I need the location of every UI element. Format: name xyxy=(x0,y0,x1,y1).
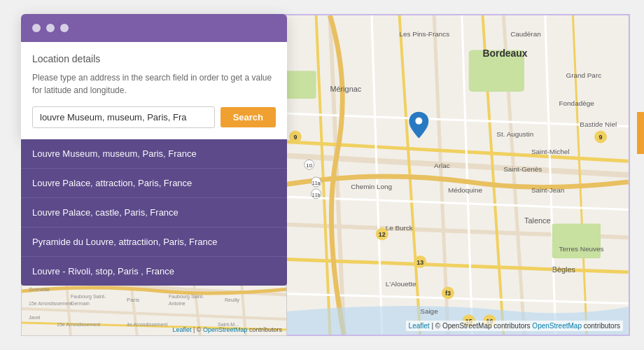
svg-text:Javel: Javel xyxy=(29,315,41,320)
svg-text:Saige: Saige xyxy=(420,307,438,315)
svg-text:L'Alouette: L'Alouette xyxy=(386,280,416,288)
svg-text:Les Pins-Francs: Les Pins-Francs xyxy=(400,30,450,38)
svg-text:Chemin Long: Chemin Long xyxy=(351,183,392,190)
svg-text:Caudéran: Caudéran xyxy=(510,30,541,38)
svg-text:Faubourg Saint-: Faubourg Saint- xyxy=(71,294,106,300)
svg-text:15e Arrondissement: 15e Arrondissement xyxy=(29,301,72,306)
card-title: Location details xyxy=(32,53,276,64)
svg-text:Bègles: Bègles xyxy=(552,265,576,274)
suggestion-item-2[interactable]: Louvre Palace, attraction, Paris, France xyxy=(21,169,287,198)
search-row: Search xyxy=(32,106,276,128)
bottom-leaflet-link[interactable]: Leaflet xyxy=(172,326,191,333)
card-description: Please type an address in the search fie… xyxy=(32,71,276,97)
main-map: Bordeaux Mérignac Grand Parc Fondadège B… xyxy=(259,14,630,336)
svg-text:Faubourg Saint-: Faubourg Saint- xyxy=(169,294,204,300)
header-dot-1 xyxy=(32,24,41,32)
svg-text:Bordeaux: Bordeaux xyxy=(483,48,528,59)
svg-text:Saint-Genès: Saint-Genès xyxy=(503,165,542,173)
search-input[interactable] xyxy=(32,106,215,128)
card-body: Location details Please type an address … xyxy=(21,42,287,139)
svg-text:Grenelle: Grenelle xyxy=(29,286,50,293)
svg-text:Reuilly: Reuilly xyxy=(225,298,240,303)
svg-text:9: 9 xyxy=(293,134,297,141)
bottom-osm-link[interactable]: OpenStreetMap xyxy=(203,326,248,333)
suggestion-item-3[interactable]: Louvre Palace, castle, Paris, France xyxy=(21,198,287,227)
svg-text:St. Augustin: St. Augustin xyxy=(496,130,533,138)
svg-text:Paris: Paris xyxy=(127,297,139,303)
header-dot-2 xyxy=(46,24,55,32)
svg-text:4e Arrondissement: 4e Arrondissement xyxy=(127,322,167,327)
svg-text:Mérignac: Mérignac xyxy=(330,85,361,93)
svg-text:Terres Neuves: Terres Neuves xyxy=(559,245,604,253)
orange-accent xyxy=(637,112,644,154)
svg-text:10: 10 xyxy=(306,162,312,169)
svg-text:Saint-Michel: Saint-Michel xyxy=(531,148,570,155)
suggestions-dropdown: Louvre Museum, museum, Paris, France Lou… xyxy=(21,139,287,286)
suggestion-item-4[interactable]: Pyramide du Louvre, attractiion, Paris, … xyxy=(21,227,287,257)
svg-text:12: 12 xyxy=(379,231,386,238)
svg-text:Saint-Jean: Saint-Jean xyxy=(531,186,564,194)
card-header xyxy=(21,14,287,42)
svg-text:13: 13 xyxy=(416,259,424,266)
svg-text:11b: 11b xyxy=(312,192,321,197)
header-dot-3 xyxy=(60,24,69,32)
search-button[interactable]: Search xyxy=(220,107,276,127)
svg-text:Germain: Germain xyxy=(71,301,90,306)
map-attribution: Leaflet | © OpenStreetMap contributors O… xyxy=(406,321,623,331)
svg-text:f3: f3 xyxy=(445,290,451,297)
svg-text:Antoine: Antoine xyxy=(169,301,186,306)
svg-point-63 xyxy=(415,118,422,125)
suggestion-item-1[interactable]: Louvre Museum, museum, Paris, France xyxy=(21,139,287,169)
svg-text:Bastide Niel: Bastide Niel xyxy=(580,120,617,128)
svg-rect-20 xyxy=(552,223,601,258)
suggestion-item-5[interactable]: Louvre - Rivoli, stop, Paris , France xyxy=(21,257,287,286)
svg-text:11a: 11a xyxy=(312,181,321,186)
leaflet-link[interactable]: Leaflet xyxy=(409,322,430,330)
osm-link[interactable]: OpenStreetMap xyxy=(532,322,582,330)
svg-text:Fondadège: Fondadège xyxy=(559,99,595,107)
svg-text:Arlac: Arlac xyxy=(434,162,450,169)
svg-text:Grand Parc: Grand Parc xyxy=(566,71,601,79)
svg-text:Le Burck: Le Burck xyxy=(386,224,413,232)
svg-text:Talence: Talence xyxy=(524,216,551,225)
bottom-map-attribution: Leaflet | © OpenStreetMap contributors xyxy=(172,326,282,333)
svg-text:9: 9 xyxy=(599,134,603,141)
svg-text:15e Arrondissement: 15e Arrondissement xyxy=(57,322,100,327)
svg-text:Médoquine: Médoquine xyxy=(448,186,483,194)
location-card: Location details Please type an address … xyxy=(21,14,287,139)
